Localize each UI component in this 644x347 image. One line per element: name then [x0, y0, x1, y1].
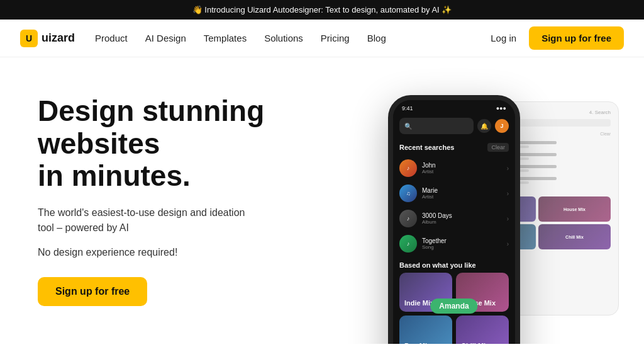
- phone-avatar-together: ♪: [399, 235, 417, 253]
- phone-avatar-3000days: ♪: [399, 210, 417, 227]
- nav-item-ai-design[interactable]: AI Design: [145, 33, 186, 43]
- hero-right: 4. Search Recent searchesClear Based: [302, 89, 606, 344]
- logo-icon: U: [20, 30, 38, 47]
- signup-button-nav[interactable]: Sign up for free: [529, 26, 624, 50]
- phone-search-row: 🔍 🔔 J: [393, 115, 515, 139]
- amanda-tooltip: Amanda: [430, 299, 477, 314]
- nav-item-pricing[interactable]: Pricing: [321, 33, 350, 43]
- hero-signup-button[interactable]: Sign up for free: [38, 277, 147, 306]
- nav-links: Product AI Design Templates Solutions Pr…: [95, 33, 491, 43]
- phone-clear-button[interactable]: Clear: [487, 143, 509, 152]
- hero-section: Design stunning websites in minutes. The…: [0, 57, 644, 344]
- phone-grid-chill[interactable]: Chill Mix: [456, 316, 509, 344]
- phone-recent-header: Recent searches Clear: [393, 139, 515, 156]
- logo-text: uizard: [42, 31, 75, 45]
- phone-list-arrow-together: ›: [507, 241, 509, 247]
- announcement-bar: 👋 Introducing Uizard Autodesigner: Text …: [0, 0, 644, 20]
- bg-grid-house: House Mix: [538, 196, 611, 222]
- hero-title: Design stunning websites in minutes.: [38, 95, 302, 193]
- phone-avatar-marie: ♫: [399, 185, 417, 202]
- phone-list-item-john: ♪ John Artist ›: [393, 156, 515, 181]
- nav-actions: Log in Sign up for free: [491, 26, 624, 50]
- nav-item-product[interactable]: Product: [95, 33, 128, 43]
- phone-search-input[interactable]: 🔍: [399, 118, 474, 134]
- phone-list-arrow-marie: ›: [507, 190, 509, 197]
- hero-subtitle: The world's easiest-to-use design and id…: [38, 205, 252, 236]
- phone-list-arrow-john: ›: [507, 165, 509, 172]
- phone-avatar-john: ♪: [399, 159, 417, 177]
- phone-list-item-marie: ♫ Marie Artist ›: [393, 181, 515, 206]
- nav-item-solutions[interactable]: Solutions: [264, 33, 303, 43]
- phone-user-avatar[interactable]: J: [495, 119, 509, 133]
- bg-grid-chill: Chill Mix: [538, 224, 611, 249]
- nav-item-templates[interactable]: Templates: [204, 33, 247, 43]
- phone-based-section: Based on what you like: [393, 256, 515, 273]
- phone-status-bar: 9:41 ●●●: [393, 100, 515, 115]
- hero-left: Design stunning websites in minutes. The…: [38, 89, 302, 306]
- phone-grid-pop[interactable]: Pop Mix: [399, 316, 452, 344]
- hero-note: No design experience required!: [38, 247, 302, 258]
- phone-search-icon: 🔍: [404, 123, 412, 130]
- phone-list-item-3000days: ♪ 3000 Days Album ›: [393, 206, 515, 231]
- phone-list-item-together: ♪ Together Song ›: [393, 231, 515, 256]
- phone-notification-icon[interactable]: 🔔: [477, 119, 491, 133]
- nav-item-blog[interactable]: Blog: [367, 33, 386, 43]
- navbar: U uizard Product AI Design Templates Sol…: [0, 20, 644, 57]
- logo[interactable]: U uizard: [20, 30, 75, 47]
- phone-list-arrow-3000days: ›: [507, 215, 509, 222]
- login-button[interactable]: Log in: [491, 33, 516, 43]
- announcement-text: 👋 Introducing Uizard Autodesigner: Text …: [192, 5, 452, 14]
